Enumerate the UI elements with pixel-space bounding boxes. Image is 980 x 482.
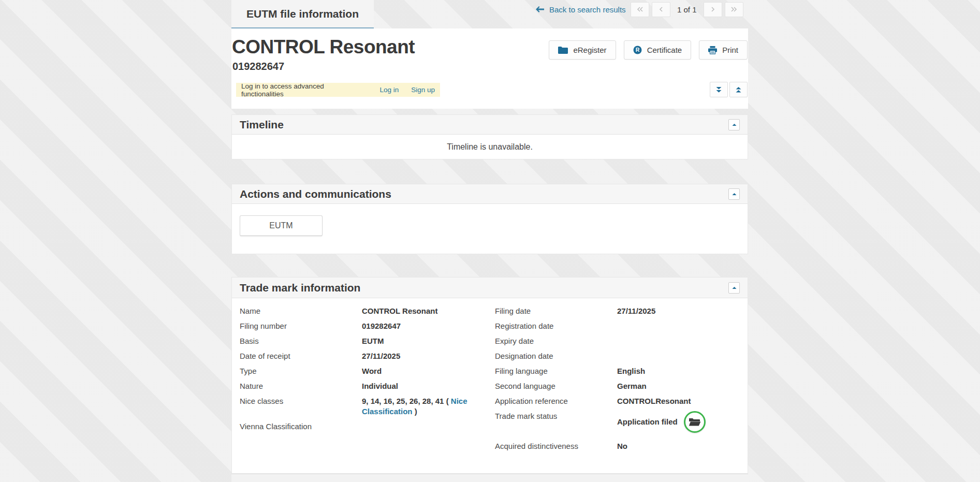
field-vienna-classification: Vienna Classification: [240, 421, 495, 432]
tab-title: EUTM file information: [246, 8, 359, 20]
collapse-all-sections-button[interactable]: [729, 82, 748, 97]
certificate-button-label: Certificate: [647, 46, 682, 54]
timeline-empty-message: Timeline is unavailable.: [232, 135, 748, 159]
tab-eutm-file-information[interactable]: EUTM file information: [231, 0, 374, 28]
field-name: NameCONTROL Resonant: [240, 306, 495, 316]
field-label: Nice classes: [240, 396, 362, 406]
timeline-section-header: Timeline: [232, 115, 748, 135]
field-label: Designation date: [495, 351, 617, 361]
field-label: Application reference: [495, 396, 617, 406]
sign-up-link[interactable]: Sign up: [411, 86, 435, 94]
chevron-double-up-icon: [735, 87, 742, 93]
eregister-button[interactable]: eRegister: [549, 40, 616, 60]
field-label: Vienna Classification: [240, 421, 362, 432]
back-to-search-results-link[interactable]: Back to search results: [536, 4, 626, 15]
field-value: 27/11/2025: [362, 351, 400, 361]
arrow-left-icon: [536, 6, 544, 12]
pagination-status: 1 of 1: [673, 5, 701, 14]
field-basis: BasisEUTM: [240, 336, 495, 346]
field-value: CONTROL Resonant: [362, 306, 437, 316]
actions-section-header: Actions and communications: [232, 184, 748, 204]
chevron-up-icon: [732, 123, 737, 126]
field-nice-classes: Nice classes9, 14, 16, 25, 26, 28, 41 ( …: [240, 396, 495, 417]
field-expiry-date: Expiry date: [495, 336, 748, 346]
field-label: Name: [240, 306, 362, 316]
field-label: Filing number: [240, 321, 362, 331]
field-value-text: 9, 14, 16, 25, 26, 28, 41 (: [362, 397, 451, 405]
field-trade-mark-status: Trade mark statusApplication filed: [495, 411, 748, 433]
field-label: Registration date: [495, 321, 617, 331]
actions-collapse-button[interactable]: [728, 188, 740, 200]
print-button[interactable]: Print: [699, 40, 748, 60]
chevron-up-icon: [732, 286, 737, 289]
field-date-of-receipt: Date of receipt27/11/2025: [240, 351, 495, 361]
filing-number-subtitle: 019282647: [232, 61, 284, 72]
field-filing-number: Filing number019282647: [240, 321, 495, 331]
field-filing-language: Filing languageEnglish: [495, 366, 748, 376]
eregister-button-label: eRegister: [573, 46, 606, 54]
login-prompt-message: Log in to access advanced functionalitie…: [241, 82, 367, 98]
trademark-collapse-button[interactable]: [728, 282, 740, 294]
printer-icon: [708, 46, 717, 54]
field-value: No: [617, 441, 627, 451]
field-value: CONTROLResonant: [617, 396, 691, 406]
pagination-next-button[interactable]: [704, 2, 722, 17]
field-value-text: ): [413, 407, 417, 416]
chevron-double-left-icon: [637, 7, 643, 12]
eutm-tab-button[interactable]: EUTM: [240, 215, 323, 236]
field-acquired-distinctiveness: Acquired distinctivenessNo: [495, 441, 748, 451]
page-title: CONTROL Resonant: [232, 36, 415, 58]
field-value: Application filed: [617, 411, 706, 433]
chevron-right-icon: [711, 7, 715, 12]
file-header-panel: CONTROL Resonant 019282647 eRegister R C…: [231, 28, 748, 109]
actions-section-title: Actions and communications: [240, 188, 391, 200]
field-value: 9, 14, 16, 25, 26, 28, 41 ( Nice Classif…: [362, 396, 489, 417]
pagination-first-button[interactable]: [631, 2, 649, 17]
trademark-fields-right-column: Filing date27/11/2025Registration dateEx…: [495, 306, 748, 456]
section-expand-collapse-controls: [710, 82, 748, 97]
expand-all-sections-button[interactable]: [710, 82, 728, 97]
back-link-label: Back to search results: [549, 5, 626, 14]
field-value-text: Application filed: [617, 417, 678, 427]
print-button-label: Print: [722, 46, 738, 54]
field-label: Filing date: [495, 306, 617, 316]
timeline-section: Timeline Timeline is unavailable.: [231, 114, 748, 159]
field-label: Second language: [495, 381, 617, 391]
trademark-section-body: NameCONTROL ResonantFiling number0192826…: [232, 298, 748, 456]
field-value: EUTM: [362, 336, 384, 346]
field-label: Nature: [240, 381, 362, 391]
field-nature: NatureIndividual: [240, 381, 495, 391]
timeline-collapse-button[interactable]: [728, 119, 740, 130]
trademark-section-header: Trade mark information: [232, 277, 748, 298]
field-second-language: Second languageGerman: [495, 381, 748, 391]
field-label: Type: [240, 366, 362, 376]
pagination-previous-button[interactable]: [652, 2, 670, 17]
field-value: 019282647: [362, 321, 401, 331]
field-label: Trade mark status: [495, 411, 617, 421]
actions-section-body: EUTM: [232, 204, 748, 236]
field-value: English: [617, 366, 645, 376]
trademark-section-title: Trade mark information: [240, 282, 360, 294]
field-filing-date: Filing date27/11/2025: [495, 306, 748, 316]
field-value: German: [617, 381, 647, 391]
chevron-up-icon: [732, 193, 737, 196]
chevron-double-down-icon: [715, 87, 722, 93]
trademark-information-section: Trade mark information NameCONTROL Reson…: [231, 277, 748, 474]
actions-communications-section: Actions and communications EUTM: [231, 184, 748, 254]
field-value: Word: [362, 366, 382, 376]
field-registration-date: Registration date: [495, 321, 748, 331]
field-designation-date: Designation date: [495, 351, 748, 361]
field-application-reference: Application referenceCONTROLResonant: [495, 396, 748, 406]
chevron-double-right-icon: [730, 7, 737, 12]
certificate-button[interactable]: R Certificate: [624, 40, 692, 60]
log-in-link[interactable]: Log in: [379, 86, 399, 94]
field-value: Individual: [362, 381, 398, 391]
field-value: 27/11/2025: [617, 306, 655, 316]
pagination-last-button[interactable]: [725, 2, 743, 17]
timeline-section-title: Timeline: [240, 119, 284, 131]
results-pagination: 1 of 1: [631, 2, 749, 17]
field-label: Acquired distinctiveness: [495, 441, 617, 451]
header-action-buttons: eRegister R Certificate Print: [549, 40, 748, 60]
folder-open-status-icon: [684, 411, 706, 433]
folder-icon: [558, 46, 568, 54]
